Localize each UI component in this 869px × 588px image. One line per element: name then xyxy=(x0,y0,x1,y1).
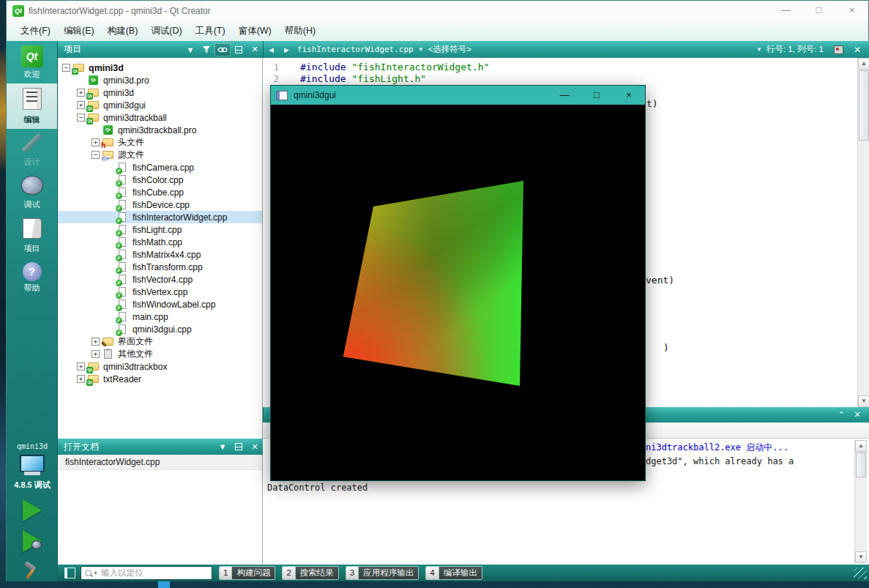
tree-item[interactable]: ✓fishVertex.cpp xyxy=(58,286,262,298)
close-button[interactable]: × xyxy=(613,86,645,104)
tree-item[interactable]: ✓fishWindowLabel.cpp xyxy=(58,298,262,310)
scroll-down-icon[interactable]: ▼ xyxy=(858,395,869,407)
pane-dropdown-icon[interactable]: ▼ xyxy=(182,43,198,56)
expand-icon[interactable]: + xyxy=(77,101,85,109)
tree-item[interactable]: +QttxtReader xyxy=(58,373,262,385)
tree-item[interactable]: −C+源文件 xyxy=(58,149,262,161)
expand-icon[interactable]: + xyxy=(77,362,85,371)
close-pane-icon[interactable]: ✕ xyxy=(247,43,263,56)
collapse-icon[interactable]: − xyxy=(62,64,70,72)
scroll-up-icon[interactable]: ▲ xyxy=(858,58,869,70)
mode-edit[interactable]: 编辑 xyxy=(7,83,57,129)
maximize-button[interactable]: □ xyxy=(802,1,835,21)
tree-item[interactable]: −Qtqmini3dtrackball xyxy=(58,111,262,124)
mode-help[interactable]: ?帮助 xyxy=(7,258,57,297)
expand-icon[interactable]: + xyxy=(77,89,85,97)
close-output-icon[interactable]: ✕ xyxy=(849,409,865,422)
maximize-button[interactable]: □ xyxy=(581,86,613,104)
symbol-dropdown-arrow-icon[interactable]: ▼ xyxy=(752,46,767,53)
maximize-output-icon[interactable]: ⌃ xyxy=(833,409,849,422)
expand-icon[interactable]: + xyxy=(92,338,100,346)
output-toggle-构建问题[interactable]: 1构建问题 xyxy=(219,566,275,580)
minimize-button[interactable]: — xyxy=(548,86,581,104)
output-toggle-应用程序输出[interactable]: 3应用程序输出 xyxy=(346,566,419,580)
open-file-dropdown[interactable]: fishInteractorWidget.cpp xyxy=(297,45,414,54)
editor-scrollbar[interactable]: ▲ ▼ xyxy=(857,58,869,407)
output-scrollbar-thumb[interactable] xyxy=(856,453,866,477)
minimize-button[interactable]: — xyxy=(769,1,802,21)
editor-scrollbar-thumb[interactable] xyxy=(859,70,869,141)
tree-item[interactable]: ✓fishColor.cpp xyxy=(58,174,262,186)
tree-item[interactable]: ✓qmini3dgui.cpp xyxy=(58,323,262,335)
back-icon[interactable]: ◄ xyxy=(264,45,279,54)
expand-icon[interactable]: + xyxy=(92,350,100,358)
open-documents-title: 打开文档 xyxy=(58,441,99,453)
tree-item[interactable]: Qtqmini3dtrackball.pro xyxy=(58,124,262,136)
qmini3dgui-title-bar[interactable]: qmini3dgui — □ × xyxy=(271,86,645,105)
close-pane-icon[interactable]: ✕ xyxy=(247,440,263,453)
symbol-selector-dropdown[interactable]: <选择符号> xyxy=(428,44,471,55)
edit-document-icon xyxy=(23,100,42,112)
close-button[interactable]: × xyxy=(835,1,868,21)
run-button[interactable] xyxy=(23,499,42,521)
scroll-down-icon[interactable]: ▼ xyxy=(855,551,867,563)
tree-item[interactable]: ✓fishVector4.cpp xyxy=(58,273,262,286)
mode-welcome[interactable]: Qt欢迎 xyxy=(7,41,57,83)
file-dropdown-arrow-icon[interactable]: ▼ xyxy=(414,46,428,53)
tree-item[interactable]: ✓fishCube.cpp xyxy=(58,186,262,198)
tree-item-label: fishDevice.cpp xyxy=(133,200,194,210)
tree-item[interactable]: +Qtqmini3dgui xyxy=(58,99,262,111)
menu-item[interactable]: 文件(F) xyxy=(14,22,57,40)
toggle-sidebar-icon[interactable] xyxy=(64,567,75,578)
tree-item[interactable]: ✓fishCamera.cpp xyxy=(58,161,262,174)
tree-item[interactable]: +✎界面文件 xyxy=(58,335,262,348)
tree-item[interactable]: ✓fishInteractorWidget.cpp xyxy=(58,211,262,223)
tree-item[interactable]: +Qtqmini3dtrackbox xyxy=(58,360,262,373)
tree-item[interactable]: ✓fishMath.cpp xyxy=(58,236,262,248)
tree-item[interactable]: ✓main.cpp xyxy=(58,310,262,323)
tree-item[interactable]: ✓fishTransform.cpp xyxy=(58,261,262,273)
menu-item[interactable]: 编辑(E) xyxy=(57,22,101,40)
collapse-icon[interactable]: − xyxy=(77,113,85,122)
build-button[interactable] xyxy=(23,562,42,581)
mode-debug[interactable]: 调试 xyxy=(7,171,57,214)
opengl-viewport[interactable] xyxy=(271,105,645,480)
menu-item[interactable]: 构建(B) xyxy=(101,22,145,40)
kit-selector[interactable]: qmini3d ▶ 4.8.5 调试 xyxy=(7,442,58,581)
file-writable-icon xyxy=(834,45,843,54)
tree-item[interactable]: −Qtqmini3d xyxy=(58,62,262,74)
mode-projects[interactable]: 项目 xyxy=(7,214,57,258)
tree-item[interactable]: +h头文件 xyxy=(58,136,262,149)
tree-item[interactable]: Qtqmini3d.pro xyxy=(58,74,262,86)
forward-icon[interactable]: ► xyxy=(279,45,294,54)
menu-item[interactable]: 工具(T) xyxy=(189,22,232,40)
output-toggle-编译输出[interactable]: 4编译输出 xyxy=(425,566,482,580)
output-scrollbar[interactable]: ▲ ▼ xyxy=(854,440,867,563)
tree-item-label: fishLight.cpp xyxy=(133,225,186,235)
close-document-icon[interactable]: ✕ xyxy=(854,45,869,55)
debug-bug-overlay-icon xyxy=(31,540,42,549)
scroll-up-icon[interactable]: ▲ xyxy=(855,440,867,452)
split-pane-icon[interactable] xyxy=(231,440,247,453)
tree-item[interactable]: ✓fishLight.cpp xyxy=(58,223,262,236)
resize-grip[interactable] xyxy=(854,567,867,579)
sync-with-editor-icon[interactable] xyxy=(215,43,231,56)
menu-item[interactable]: 窗体(W) xyxy=(232,22,278,40)
filter-funnel-icon[interactable] xyxy=(198,43,215,56)
qmini3dgui-window[interactable]: qmini3dgui — □ × xyxy=(270,85,646,481)
tree-item[interactable]: ✓fishDevice.cpp xyxy=(58,198,262,211)
tree-item[interactable]: +Qtqmini3d xyxy=(58,86,262,99)
output-toggle-搜索结果[interactable]: 2搜索结果 xyxy=(282,566,338,580)
open-document-item[interactable]: fishInteractorWidget.cpp xyxy=(58,455,262,470)
expand-icon[interactable]: + xyxy=(77,375,85,383)
tree-item[interactable]: +其他文件 xyxy=(58,348,262,360)
split-pane-icon[interactable] xyxy=(231,43,247,56)
tree-item[interactable]: ✓fishMatrix4x4.cpp xyxy=(58,248,262,261)
menu-item[interactable]: 调试(D) xyxy=(144,22,188,40)
pane-dropdown-icon[interactable]: ▼ xyxy=(215,440,231,453)
locator-search-input[interactable]: ▼ 输入以定位 xyxy=(81,566,212,580)
menu-item[interactable]: 帮助(H) xyxy=(278,22,322,40)
expand-icon[interactable]: + xyxy=(92,138,100,146)
mode-design[interactable]: 设计 xyxy=(7,129,57,171)
collapse-icon[interactable]: − xyxy=(92,151,100,159)
